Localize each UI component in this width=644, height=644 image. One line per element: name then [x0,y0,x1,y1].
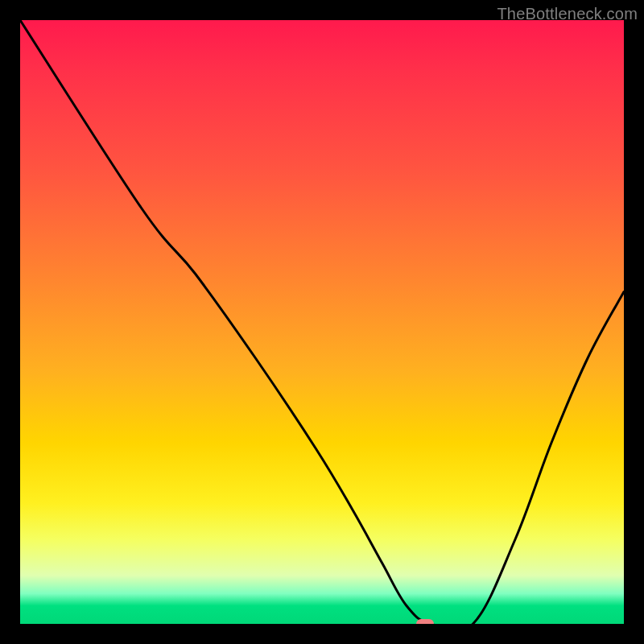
curve-svg [20,20,624,624]
chart-canvas: TheBottleneck.com [0,0,644,644]
current-point-marker [416,619,434,624]
bottleneck-curve [20,20,624,624]
plot-area [20,20,624,624]
